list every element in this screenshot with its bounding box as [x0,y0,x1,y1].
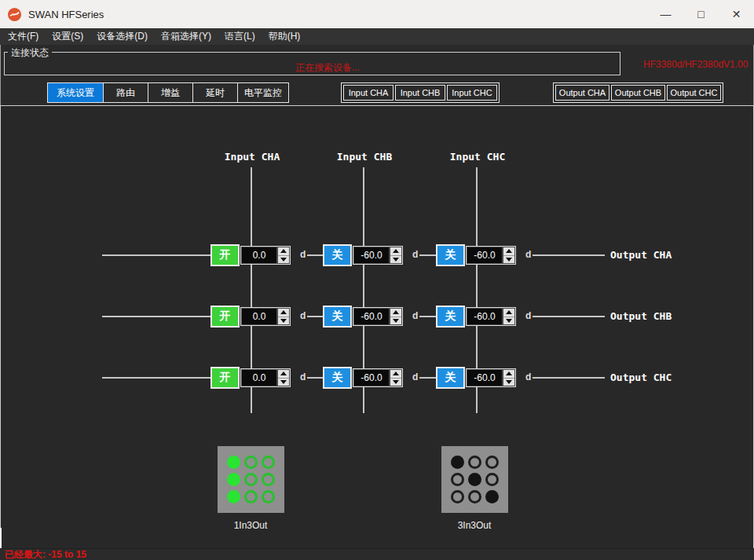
tab-routing[interactable]: 路由 [103,82,148,103]
app-window: SWAN HFSeries — □ ✕ 文件(F) 设置(S) 设备选择(D) … [0,0,754,560]
menu-language[interactable]: 语言(L) [225,30,255,43]
menu-settings[interactable]: 设置(S) [52,30,83,43]
gain-value-r2c3[interactable]: -60.0 [467,309,502,324]
gain-spinner-r1c2: -60.0 [353,246,403,265]
gain-value-r2c1[interactable]: 0.0 [242,309,276,324]
spin-up-button[interactable] [503,309,514,317]
tab-system-settings[interactable]: 系统设置 [47,82,104,103]
matrix-output-line [102,377,210,379]
menu-speaker-select[interactable]: 音箱选择(Y) [161,30,211,43]
matrix-toggle-r2c1[interactable]: 开 [210,306,240,328]
matrix-toggle-r2c3[interactable]: 关 [436,306,465,328]
gain-value-r3c3[interactable]: -60.0 [467,370,502,386]
menu-file[interactable]: 文件(F) [8,30,38,43]
arrow-down-icon [393,258,399,262]
output-cha-button[interactable]: Output CHA [555,85,609,101]
gain-value-r2c2[interactable]: -60.0 [354,309,389,324]
spin-down-button[interactable] [278,379,289,386]
spin-up-button[interactable] [390,247,401,256]
preset-dot [262,490,275,503]
menu-device-select[interactable]: 设备选择(D) [97,30,148,43]
gain-spinner-r1c1: 0.0 [240,246,291,265]
preset-dot [468,490,481,503]
tab-level-monitor[interactable]: 电平监控 [237,82,289,103]
preset-1in3out-button[interactable] [218,446,284,513]
matrix-column-header-input-cha: Input CHA [225,151,280,163]
input-chb-button[interactable]: Input CHB [395,85,445,101]
matrix-row-label-output-chc: Output CHC [610,372,672,383]
gain-spin-arrows [278,370,289,386]
spin-down-button[interactable] [503,256,514,264]
matrix-output-line [533,316,605,317]
matrix-output-line [102,316,210,317]
gain-spin-arrows [390,370,401,386]
spin-up-button[interactable] [503,370,514,379]
arrow-up-icon [280,372,287,375]
input-chc-button[interactable]: Input CHC [447,85,497,101]
preset-3in3out-button[interactable] [441,446,508,513]
spin-up-button[interactable] [390,309,401,317]
arrow-down-icon [280,319,287,323]
gain-value-r1c3[interactable]: -60.0 [467,247,502,263]
matrix-output-line [419,377,436,379]
gain-spin-arrows [390,309,401,324]
preset-dot [262,473,275,486]
gain-value-r3c2[interactable]: -60.0 [354,370,389,386]
spin-down-button[interactable] [390,256,401,264]
matrix-output-line [307,377,323,379]
spin-up-button[interactable] [278,370,289,379]
preset-dot-grid [451,456,499,503]
arrow-up-icon [393,310,399,314]
spin-up-button[interactable] [278,309,289,317]
spin-down-button[interactable] [278,317,289,325]
close-button[interactable]: ✕ [719,0,754,28]
spin-down-button[interactable] [503,379,514,386]
spin-down-button[interactable] [390,379,401,386]
spin-down-button[interactable] [390,317,401,325]
gain-spinner-r3c2: -60.0 [353,368,403,387]
title-bar: SWAN HFSeries — □ ✕ [0,0,754,28]
gain-value-r3c1[interactable]: 0.0 [242,370,276,386]
gain-value-r1c2[interactable]: -60.0 [354,247,389,263]
preset-1in3out-label: 1In3Out [234,520,268,531]
matrix-toggle-r2c2[interactable]: 关 [323,306,352,328]
spin-up-button[interactable] [390,370,401,379]
output-chb-button[interactable]: Output CHB [611,85,665,101]
gain-spinner-r3c3: -60.0 [466,368,516,387]
output-chc-button[interactable]: Output CHC [667,85,721,101]
gain-value-r1c1[interactable]: 0.0 [242,247,276,263]
gain-unit-label: d [412,372,418,382]
preset-dot [451,456,464,469]
arrow-up-icon [393,372,399,375]
matrix-toggle-r1c1[interactable]: 开 [210,244,240,266]
maximize-button[interactable]: □ [683,0,719,28]
spin-down-button[interactable] [278,256,289,264]
spin-up-button[interactable] [278,247,289,256]
gain-unit-label: d [525,249,531,260]
matrix-toggle-r3c2[interactable]: 关 [323,367,352,389]
device-version-text: HF3380d/HF2380dV1.00 [643,59,748,70]
gain-unit-label: d [300,310,306,321]
matrix-toggle-r3c1[interactable]: 开 [210,367,240,389]
spin-down-button[interactable] [503,317,514,325]
preset-dot [451,473,464,486]
arrow-down-icon [506,319,512,323]
spin-up-button[interactable] [503,247,514,256]
tab-delay[interactable]: 延时 [192,82,238,103]
preset-dot [485,490,499,503]
matrix-toggle-r1c2[interactable]: 关 [323,244,352,266]
gain-spinner-r2c1: 0.0 [240,307,291,326]
matrix-toggle-r3c3[interactable]: 关 [436,367,465,389]
matrix-column-header-input-chb: Input CHB [337,151,392,163]
menu-help[interactable]: 帮助(H) [269,30,301,43]
searching-status-text: 正在搜索设备... [295,61,360,75]
preset-dot [262,456,275,469]
input-cha-button[interactable]: Input CHA [343,85,393,101]
minimize-button[interactable]: — [648,0,683,28]
matrix-output-line [533,254,605,256]
preset-dot [244,473,258,486]
arrow-up-icon [393,249,399,253]
tab-gain[interactable]: 增益 [148,82,193,103]
text-caret [0,528,2,548]
matrix-toggle-r1c3[interactable]: 关 [436,244,465,266]
